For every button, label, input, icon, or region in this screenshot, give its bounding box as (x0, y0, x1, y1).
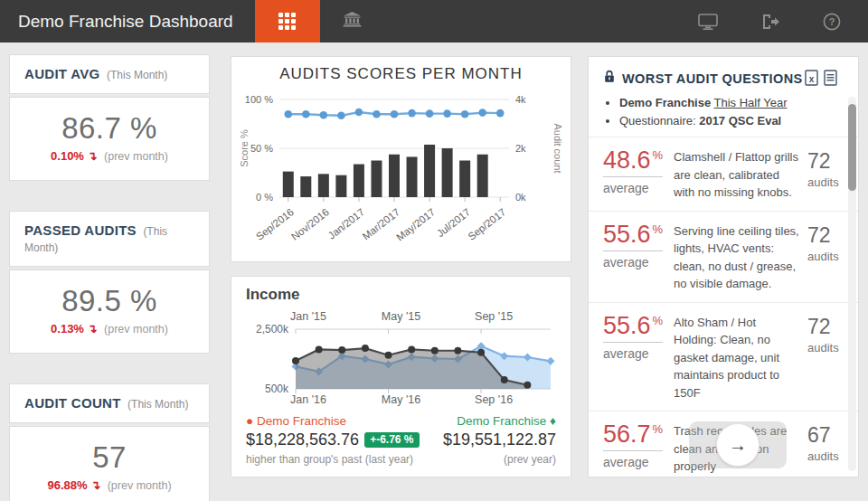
worst-audit-questions-panel: WORST AUDIT QUESTIONS x Demo Franchise T… (588, 56, 859, 477)
worst-question-row[interactable]: 55.6% average Serving line ceiling tiles… (589, 211, 858, 302)
navbar-actions: ? (698, 0, 868, 43)
kpi-value: 86.7 % (10, 111, 209, 146)
svg-text:Sep '16: Sep '16 (475, 393, 513, 406)
svg-text:Score %: Score % (239, 129, 250, 167)
svg-text:x: x (809, 74, 815, 84)
average-label: average (603, 346, 674, 361)
kpi-body: 89.5 % 0.13% ↴ (prev month) (9, 269, 210, 354)
average-score: 56.7% average (603, 422, 674, 476)
income-chart: Jan '15Jan '16May '15May '16Sep '15Sep '… (243, 306, 560, 412)
kpi-delta-line: 0.13% ↴ (prev month) (10, 322, 209, 336)
average-score: 55.6% average (603, 314, 674, 402)
kpi-value: 57 (10, 440, 209, 475)
legend-label: Demo Franchise (257, 414, 346, 428)
kpi-delta-line: 0.10% ↴ (prev month) (10, 149, 209, 163)
worst-question-row[interactable]: 55.6% average Alto Sham / Hot Holding: C… (589, 302, 858, 411)
percent-sign: % (653, 314, 664, 327)
kpi-body: 57 96.88% ↴ (prev month) (9, 426, 210, 501)
next-page-button[interactable]: → (716, 423, 760, 467)
average-score: 48.6% average (603, 148, 674, 202)
export-document-icon[interactable] (824, 70, 838, 87)
legend-current: ● Demo Franchise (246, 414, 420, 428)
svg-text:100 %: 100 % (245, 94, 273, 105)
svg-text:May '15: May '15 (381, 310, 420, 323)
scrollbar-track[interactable] (848, 97, 856, 471)
income-amount-current: $18,228,563.76 +-6.76 % (246, 430, 420, 449)
amount-value: $19,551,122.87 (443, 430, 556, 449)
bullet-marker: ● (246, 414, 253, 428)
kpi-note: (prev month) (104, 323, 168, 336)
help-icon[interactable]: ? (823, 13, 841, 31)
question-text: Serving line ceiling tiles, lights, HVAC… (674, 222, 807, 293)
kpi-title: AUDIT AVG (24, 66, 100, 81)
svg-text:Sep '15: Sep '15 (475, 310, 513, 323)
svg-text:May/2017: May/2017 (394, 206, 437, 243)
question-text: Alto Sham / Hot Holding: Clean, no gaske… (674, 314, 807, 402)
kpi-period: (This Month) (127, 398, 188, 411)
svg-text:?: ? (829, 16, 835, 27)
kpi-body: 86.7 % 0.10% ↴ (prev month) (9, 97, 210, 181)
income-summary-prev: Demo Franchise ♦ $19,551,122.87 (prev ye… (443, 414, 556, 466)
count-label: audits (807, 449, 849, 463)
export-icons: x (805, 70, 838, 87)
legend-label: Demo Franchise (457, 414, 546, 428)
bank-icon (343, 12, 362, 31)
kpi-card-audit-count: AUDIT COUNT (This Month) 57 96.88% ↴ (pr… (9, 383, 210, 501)
count-value: 72 (807, 149, 849, 174)
filter-franchise: Demo Franchise (619, 96, 711, 109)
kpi-delta-line: 96.88% ↴ (prev month) (10, 478, 209, 492)
scrollbar-thumb[interactable] (848, 104, 856, 191)
audits-chart-title: AUDITS SCORES PER MONTH (231, 65, 571, 83)
percent-sign: % (653, 422, 664, 436)
kpi-note: (prev month) (108, 479, 172, 492)
svg-text:Nov/2016: Nov/2016 (289, 206, 331, 242)
filter-range-link[interactable]: This Half Year (714, 96, 788, 109)
export-excel-icon[interactable]: x (805, 70, 819, 87)
kpi-value: 89.5 % (10, 284, 209, 318)
kpi-card-audit-avg: AUDIT AVG (This Month) 86.7 % 0.10% ↴ (p… (9, 54, 210, 181)
count-label: audits (807, 250, 849, 263)
tab-organization[interactable] (320, 0, 385, 43)
svg-text:Jan '15: Jan '15 (290, 310, 326, 323)
padlock-icon (603, 70, 616, 87)
tab-dashboards[interactable] (255, 0, 320, 43)
svg-text:May '16: May '16 (381, 393, 420, 406)
page-title: Demo Franchise Dashboard (0, 0, 255, 43)
worst-panel-filters: Demo Franchise This Half Year Questionna… (589, 96, 858, 128)
worst-panel-header: WORST AUDIT QUESTIONS x (589, 57, 858, 94)
income-title: Income (231, 277, 571, 304)
kpi-header: AUDIT AVG (This Month) (9, 54, 210, 94)
svg-text:4k: 4k (515, 94, 526, 105)
kpi-period: (This Month) (107, 69, 167, 81)
arrow-right-icon: → (729, 436, 747, 454)
svg-text:0 %: 0 % (256, 192, 273, 203)
svg-text:50 %: 50 % (250, 143, 273, 154)
audit-count: 72 audits (807, 148, 849, 202)
kpi-delta: 96.88% ↴ (47, 478, 100, 492)
count-value: 72 (807, 223, 849, 248)
average-value: 48.6 (603, 147, 651, 174)
kpi-header: PASSED AUDITS (This Month) (9, 211, 210, 267)
sign-out-icon[interactable] (761, 14, 779, 30)
kpi-title: AUDIT COUNT (24, 395, 121, 411)
average-label: average (603, 255, 674, 269)
delta-badge: +-6.76 % (364, 432, 419, 448)
display-mode-icon[interactable] (698, 14, 718, 30)
income-summary-current: ● Demo Franchise $18,228,563.76 +-6.76 %… (246, 414, 420, 466)
svg-text:500k: 500k (264, 383, 288, 395)
audit-count: 72 audits (807, 314, 849, 402)
svg-text:2k: 2k (515, 143, 526, 154)
worst-question-row[interactable]: 48.6% average Clamshell / Flattop grills… (589, 137, 858, 211)
kpi-title: PASSED AUDITS (24, 222, 137, 238)
svg-text:0k: 0k (515, 192, 526, 203)
income-panel: Income Jan '15Jan '16May '15May '16Sep '… (231, 276, 571, 477)
questionnaire-label: Questionnaire: (619, 114, 699, 128)
navbar: Demo Franchise Dashboard (0, 0, 868, 43)
svg-text:Sep/2016: Sep/2016 (254, 206, 296, 242)
average-score: 55.6% average (603, 222, 674, 293)
count-value: 72 (807, 315, 849, 339)
pager-overlay: → (689, 421, 787, 468)
grid-icon (278, 13, 296, 30)
count-value: 67 (807, 423, 849, 448)
svg-text:Jan '16: Jan '16 (290, 393, 326, 406)
